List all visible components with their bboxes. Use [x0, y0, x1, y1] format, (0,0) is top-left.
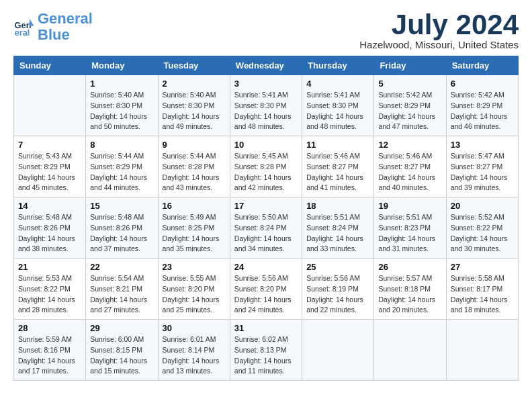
day-number: 14 [18, 201, 81, 211]
day-info: Sunrise: 5:43 AMSunset: 8:29 PMDaylight:… [18, 151, 81, 193]
day-number: 9 [163, 140, 226, 150]
header-cell-monday: Monday [86, 56, 158, 75]
day-number: 7 [18, 140, 81, 150]
day-cell: 2Sunrise: 5:40 AMSunset: 8:30 PMDaylight… [158, 75, 230, 136]
day-number: 4 [306, 79, 369, 89]
day-number: 2 [163, 79, 226, 89]
day-info: Sunrise: 5:48 AMSunset: 8:26 PMDaylight:… [90, 212, 153, 255]
day-info: Sunrise: 5:54 AMSunset: 8:21 PMDaylight:… [90, 273, 153, 316]
day-cell: 12Sunrise: 5:46 AMSunset: 8:27 PMDayligh… [374, 136, 446, 197]
day-number: 10 [234, 140, 298, 150]
day-cell: 17Sunrise: 5:50 AMSunset: 8:24 PMDayligh… [230, 197, 302, 259]
day-cell [302, 320, 374, 381]
calendar-table: SundayMondayTuesdayWednesdayThursdayFrid… [13, 56, 519, 381]
day-info: Sunrise: 5:47 AMSunset: 8:27 PMDaylight:… [451, 151, 514, 193]
day-cell [374, 320, 446, 381]
day-info: Sunrise: 5:41 AMSunset: 8:30 PMDaylight:… [234, 90, 298, 132]
day-cell: 7Sunrise: 5:43 AMSunset: 8:29 PMDaylight… [14, 136, 86, 197]
day-number: 16 [163, 201, 226, 211]
day-info: Sunrise: 5:41 AMSunset: 8:30 PMDaylight:… [306, 90, 369, 132]
day-number: 30 [163, 323, 226, 333]
day-info: Sunrise: 5:51 AMSunset: 8:23 PMDaylight:… [378, 212, 441, 255]
day-info: Sunrise: 5:51 AMSunset: 8:24 PMDaylight:… [306, 212, 369, 255]
day-cell: 24Sunrise: 5:56 AMSunset: 8:20 PMDayligh… [230, 259, 302, 320]
week-row-4: 21Sunrise: 5:53 AMSunset: 8:22 PMDayligh… [14, 259, 519, 320]
day-number: 21 [18, 262, 81, 272]
day-number: 29 [90, 323, 153, 333]
day-cell: 10Sunrise: 5:45 AMSunset: 8:28 PMDayligh… [230, 136, 302, 197]
location: Hazelwood, Missouri, United States [359, 39, 519, 50]
day-number: 19 [378, 201, 441, 211]
day-number: 31 [234, 323, 298, 333]
day-cell [446, 320, 518, 381]
day-cell: 31Sunrise: 6:02 AMSunset: 8:13 PMDayligh… [230, 320, 302, 381]
day-cell: 4Sunrise: 5:41 AMSunset: 8:30 PMDaylight… [302, 75, 374, 136]
day-cell: 26Sunrise: 5:57 AMSunset: 8:18 PMDayligh… [374, 259, 446, 320]
header-cell-sunday: Sunday [14, 56, 86, 75]
logo-text: GeneralBlue [38, 11, 93, 43]
month-title: July 2024 [359, 11, 519, 39]
day-cell: 23Sunrise: 5:55 AMSunset: 8:20 PMDayligh… [158, 259, 230, 320]
day-cell: 13Sunrise: 5:47 AMSunset: 8:27 PMDayligh… [446, 136, 518, 197]
day-cell: 21Sunrise: 5:53 AMSunset: 8:22 PMDayligh… [14, 259, 86, 320]
day-info: Sunrise: 6:02 AMSunset: 8:13 PMDaylight:… [234, 334, 298, 377]
day-info: Sunrise: 5:53 AMSunset: 8:22 PMDaylight:… [18, 273, 81, 316]
day-number: 25 [306, 262, 369, 272]
logo-icon: Gen eral [13, 16, 35, 38]
day-number: 23 [163, 262, 226, 272]
day-cell: 1Sunrise: 5:40 AMSunset: 8:30 PMDaylight… [86, 75, 158, 136]
day-info: Sunrise: 5:48 AMSunset: 8:26 PMDaylight:… [18, 212, 81, 255]
day-number: 18 [306, 201, 369, 211]
day-info: Sunrise: 5:49 AMSunset: 8:25 PMDaylight:… [163, 212, 226, 255]
header-cell-wednesday: Wednesday [230, 56, 302, 75]
day-info: Sunrise: 5:57 AMSunset: 8:18 PMDaylight:… [378, 273, 441, 316]
day-info: Sunrise: 5:45 AMSunset: 8:28 PMDaylight:… [234, 151, 298, 193]
day-cell: 15Sunrise: 5:48 AMSunset: 8:26 PMDayligh… [86, 197, 158, 259]
day-info: Sunrise: 6:01 AMSunset: 8:14 PMDaylight:… [163, 334, 226, 377]
header-row: SundayMondayTuesdayWednesdayThursdayFrid… [14, 56, 519, 75]
header-cell-thursday: Thursday [302, 56, 374, 75]
day-cell: 29Sunrise: 6:00 AMSunset: 8:15 PMDayligh… [86, 320, 158, 381]
day-info: Sunrise: 5:58 AMSunset: 8:17 PMDaylight:… [451, 273, 514, 316]
day-number: 3 [234, 79, 298, 89]
day-number: 17 [234, 201, 298, 211]
day-cell: 30Sunrise: 6:01 AMSunset: 8:14 PMDayligh… [158, 320, 230, 381]
day-number: 8 [90, 140, 153, 150]
day-cell: 19Sunrise: 5:51 AMSunset: 8:23 PMDayligh… [374, 197, 446, 259]
header-cell-tuesday: Tuesday [158, 56, 230, 75]
day-info: Sunrise: 5:55 AMSunset: 8:20 PMDaylight:… [163, 273, 226, 316]
week-row-3: 14Sunrise: 5:48 AMSunset: 8:26 PMDayligh… [14, 197, 519, 259]
day-info: Sunrise: 6:00 AMSunset: 8:15 PMDaylight:… [90, 334, 153, 377]
day-info: Sunrise: 5:42 AMSunset: 8:29 PMDaylight:… [451, 90, 514, 132]
header-cell-saturday: Saturday [446, 56, 518, 75]
day-info: Sunrise: 5:44 AMSunset: 8:29 PMDaylight:… [90, 151, 153, 193]
day-info: Sunrise: 5:56 AMSunset: 8:19 PMDaylight:… [306, 273, 369, 316]
day-cell: 3Sunrise: 5:41 AMSunset: 8:30 PMDaylight… [230, 75, 302, 136]
week-row-1: 1Sunrise: 5:40 AMSunset: 8:30 PMDaylight… [14, 75, 519, 136]
day-number: 28 [18, 323, 81, 333]
day-info: Sunrise: 5:44 AMSunset: 8:28 PMDaylight:… [163, 151, 226, 193]
day-number: 26 [378, 262, 441, 272]
day-cell: 22Sunrise: 5:54 AMSunset: 8:21 PMDayligh… [86, 259, 158, 320]
day-number: 5 [378, 79, 441, 89]
day-number: 24 [234, 262, 298, 272]
day-cell: 14Sunrise: 5:48 AMSunset: 8:26 PMDayligh… [14, 197, 86, 259]
day-number: 1 [90, 79, 153, 89]
day-cell: 8Sunrise: 5:44 AMSunset: 8:29 PMDaylight… [86, 136, 158, 197]
day-info: Sunrise: 5:42 AMSunset: 8:29 PMDaylight:… [378, 90, 441, 132]
day-info: Sunrise: 5:40 AMSunset: 8:30 PMDaylight:… [163, 90, 226, 132]
day-number: 11 [306, 140, 369, 150]
day-number: 6 [451, 79, 514, 89]
day-cell: 9Sunrise: 5:44 AMSunset: 8:28 PMDaylight… [158, 136, 230, 197]
day-info: Sunrise: 5:56 AMSunset: 8:20 PMDaylight:… [234, 273, 298, 316]
day-info: Sunrise: 5:52 AMSunset: 8:22 PMDaylight:… [451, 212, 514, 255]
logo: Gen eral GeneralBlue [13, 11, 93, 43]
day-number: 12 [378, 140, 441, 150]
day-cell: 6Sunrise: 5:42 AMSunset: 8:29 PMDaylight… [446, 75, 518, 136]
day-number: 27 [451, 262, 514, 272]
day-info: Sunrise: 5:40 AMSunset: 8:30 PMDaylight:… [90, 90, 153, 132]
day-info: Sunrise: 5:46 AMSunset: 8:27 PMDaylight:… [378, 151, 441, 193]
page-header: Gen eral GeneralBlue July 2024 Hazelwood… [13, 11, 519, 50]
day-number: 22 [90, 262, 153, 272]
day-info: Sunrise: 5:46 AMSunset: 8:27 PMDaylight:… [306, 151, 369, 193]
